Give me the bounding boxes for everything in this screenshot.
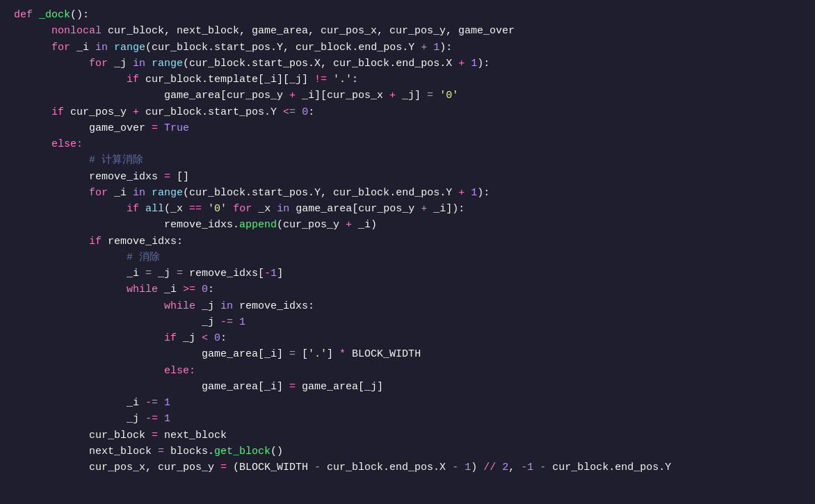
code-line: else: [0, 363, 815, 379]
code-line: else: [0, 136, 815, 152]
code-line: game_area[_i] = game_area[_j] [0, 379, 815, 395]
code-line: def _dock(): [0, 7, 815, 23]
code-line: remove_idxs.append(cur_pos_y + _i) [0, 217, 815, 233]
code-line: game_area[_i] = ['.'] * BLOCK_WIDTH [0, 346, 815, 362]
code-line: if remove_idxs: [0, 234, 815, 250]
keyword: if [164, 330, 183, 346]
code-line: cur_pos_x, cur_pos_y = (BLOCK_WIDTH - cu… [0, 460, 815, 475]
keyword: else: [164, 363, 195, 379]
keyword: while [127, 282, 164, 298]
keyword: nonlocal [51, 23, 108, 39]
code-editor: def _dock(): nonlocal cur_block, next_bl… [0, 0, 815, 504]
code-line: cur_block = next_block [0, 428, 815, 444]
code-line: for _j in range(cur_block.start_pos.X, c… [0, 56, 815, 72]
code-line: _i -= 1 [0, 395, 815, 411]
code-line: nonlocal cur_block, next_block, game_are… [0, 23, 815, 39]
keyword: while [164, 298, 202, 314]
keyword: else: [51, 136, 83, 152]
code-line: _j -= 1 [0, 411, 815, 427]
code-line: # 消除 [0, 250, 815, 266]
code-line: if cur_pos_y + cur_block.start_pos.Y <= … [0, 104, 815, 120]
keyword: if [127, 72, 145, 88]
code-line: # 计算消除 [0, 152, 815, 168]
code-line: if all(_x == '0' for _x in game_area[cur… [0, 201, 815, 217]
code-line: _j -= 1 [0, 314, 815, 330]
code-line: if cur_block.template[_i][_j] != '.': [0, 72, 815, 88]
code-line: game_over = True [0, 120, 815, 136]
code-line: remove_idxs = [] [0, 169, 815, 185]
keyword: if [127, 201, 145, 217]
code-line: if _j < 0: [0, 330, 815, 346]
keyword: for [89, 56, 114, 72]
code-line: while _j in remove_idxs: [0, 298, 815, 314]
code-line: next_block = blocks.get_block() [0, 444, 815, 460]
code-line: game_area[cur_pos_y + _i][cur_pos_x + _j… [0, 88, 815, 104]
keyword: if [89, 234, 108, 250]
function-name: _dock [39, 7, 70, 23]
keyword: def [14, 7, 39, 23]
code-line: _i = _j = remove_idxs[-1] [0, 266, 815, 282]
code-line: while _i >= 0: [0, 282, 815, 298]
keyword: for [51, 40, 76, 56]
keyword: for [89, 185, 114, 201]
code-line: for _i in range(cur_block.start_pos.Y, c… [0, 185, 815, 201]
keyword: if [51, 104, 70, 120]
code-line: for _i in range(cur_block.start_pos.Y, c… [0, 40, 815, 56]
